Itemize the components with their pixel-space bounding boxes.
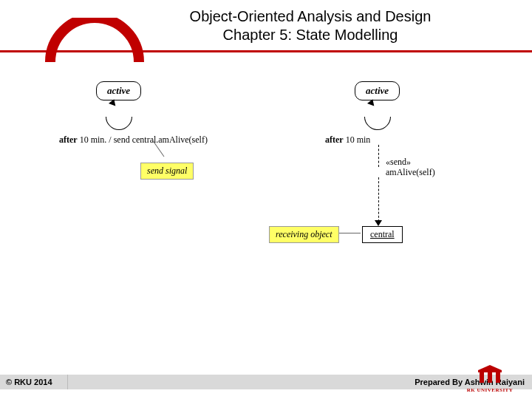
self-transition-left bbox=[100, 98, 138, 136]
header: Object-Oriented Analysis and Design Chap… bbox=[0, 0, 532, 55]
note-receiving-object: receiving object bbox=[269, 226, 339, 243]
self-transition-right bbox=[359, 98, 397, 136]
dashed-line-action bbox=[378, 145, 379, 167]
dashed-line-target bbox=[378, 177, 379, 222]
arrowhead-target bbox=[375, 220, 382, 226]
title-line-2: Chapter 5: State Modelling bbox=[166, 26, 454, 44]
transition-rest: 10 min. / send central.amAlive(self) bbox=[80, 134, 208, 145]
footer: © RKU 2014 Prepared By Ashwin Raiyani bbox=[0, 372, 532, 392]
slide-title: Object-Oriented Analysis and Design Chap… bbox=[166, 7, 454, 44]
note-send-signal: send signal bbox=[140, 163, 194, 180]
header-divider bbox=[0, 50, 532, 52]
note-connector-right bbox=[338, 233, 361, 233]
footer-copyright: © RKU 2014 bbox=[0, 375, 68, 389]
transition-label-left: after 10 min. / send central.amAlive(sel… bbox=[59, 134, 208, 146]
svg-rect-0 bbox=[480, 372, 484, 383]
title-line-1: Object-Oriented Analysis and Design bbox=[166, 7, 454, 26]
diagram-area: active after 10 min. / send central.amAl… bbox=[59, 81, 473, 318]
university-logo: RK UNIVERSITY bbox=[457, 364, 523, 393]
svg-rect-3 bbox=[478, 370, 502, 372]
svg-rect-2 bbox=[496, 372, 500, 383]
building-icon bbox=[477, 364, 503, 384]
target-object: central bbox=[362, 226, 403, 243]
svg-marker-4 bbox=[478, 365, 502, 370]
transition-guard-right: after 10 min bbox=[325, 134, 370, 146]
action-call: amAlive(self) bbox=[386, 167, 435, 178]
state-active-right: active bbox=[355, 81, 400, 100]
after-keyword: after bbox=[59, 134, 78, 145]
state-active-left: active bbox=[96, 81, 141, 100]
logo-arc bbox=[43, 18, 146, 69]
logo-text: RK UNIVERSITY bbox=[457, 387, 523, 393]
svg-rect-1 bbox=[488, 372, 492, 383]
action-stereotype: «send» bbox=[386, 157, 411, 168]
